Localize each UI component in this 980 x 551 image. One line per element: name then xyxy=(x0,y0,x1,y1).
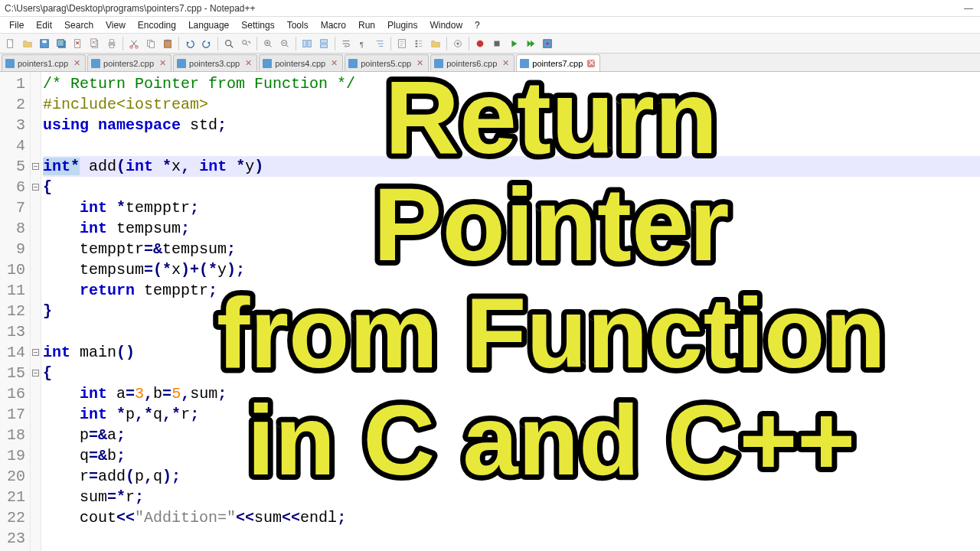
menu-macro[interactable]: Macro xyxy=(316,18,351,32)
print-icon[interactable] xyxy=(104,36,119,51)
file-icon xyxy=(263,59,272,68)
zoom-out-icon[interactable] xyxy=(277,36,292,51)
close-file-icon[interactable] xyxy=(70,36,86,51)
toolbar: ¶ xyxy=(0,34,980,54)
tab-close-icon[interactable]: ✕ xyxy=(244,60,252,67)
save-icon[interactable] xyxy=(37,36,52,51)
tab-pointers5-cpp[interactable]: pointers5.cpp✕ xyxy=(345,54,429,71)
record-macro-icon[interactable] xyxy=(472,36,488,51)
tab-close-icon[interactable]: ✕ xyxy=(416,60,423,67)
menu-edit[interactable]: Edit xyxy=(31,18,57,32)
doc-map-icon[interactable] xyxy=(394,36,410,51)
svg-rect-22 xyxy=(308,40,311,47)
code-area[interactable]: /* Return Pointer from Function */#inclu… xyxy=(41,72,980,551)
menubar: FileEditSearchViewEncodingLanguageSettin… xyxy=(0,17,980,34)
tab-pointers7-cpp[interactable]: pointers7.cpp✕ xyxy=(516,54,600,71)
window-title: C:\Users\parag\Desktop\programs\pointers… xyxy=(5,3,256,14)
undo-icon[interactable] xyxy=(182,36,198,51)
menu-encoding[interactable]: Encoding xyxy=(133,18,181,32)
svg-rect-14 xyxy=(149,41,154,47)
copy-icon[interactable] xyxy=(143,36,158,51)
file-icon xyxy=(434,59,443,68)
sync-vscroll-icon[interactable] xyxy=(299,36,315,51)
tab-close-icon[interactable]: ✕ xyxy=(73,60,80,67)
tab-label: pointers5.cpp xyxy=(361,59,411,68)
file-icon xyxy=(91,59,100,68)
svg-rect-16 xyxy=(165,39,169,41)
close-all-icon[interactable] xyxy=(87,36,103,51)
file-icon xyxy=(348,59,358,68)
tab-pointers1-cpp[interactable]: pointers1.cpp✕ xyxy=(2,54,86,71)
paste-icon[interactable] xyxy=(160,36,175,51)
file-icon xyxy=(520,59,529,68)
svg-point-29 xyxy=(477,40,484,47)
tab-label: pointers1.cpp xyxy=(18,59,68,68)
tab-label: pointers7.cpp xyxy=(532,59,583,68)
tab-close-icon[interactable]: ✕ xyxy=(587,60,595,67)
editor[interactable]: 1234567891011121314151617181920212223 /*… xyxy=(0,72,980,551)
menu-run[interactable]: Run xyxy=(354,18,380,32)
svg-rect-10 xyxy=(109,44,113,47)
tab-pointers6-cpp[interactable]: pointers6.cpp✕ xyxy=(430,54,514,71)
tab-pointers3-cpp[interactable]: pointers3.cpp✕ xyxy=(173,54,257,71)
menu-window[interactable]: Window xyxy=(425,18,467,32)
tab-close-icon[interactable]: ✕ xyxy=(158,60,166,67)
svg-rect-21 xyxy=(303,40,306,47)
play-macro-icon[interactable] xyxy=(506,36,521,51)
sync-hscroll-icon[interactable] xyxy=(316,36,332,51)
svg-point-17 xyxy=(226,40,231,45)
new-file-icon[interactable] xyxy=(3,36,18,51)
cut-icon[interactable] xyxy=(126,36,142,51)
svg-rect-9 xyxy=(109,39,113,42)
zoom-in-icon[interactable] xyxy=(260,36,276,51)
tab-pointers2-cpp[interactable]: pointers2.cpp✕ xyxy=(87,54,172,71)
tab-close-icon[interactable]: ✕ xyxy=(330,60,338,67)
save-macro-icon[interactable] xyxy=(540,36,555,51)
svg-rect-4 xyxy=(57,39,64,46)
find-icon[interactable] xyxy=(221,36,237,51)
tab-close-icon[interactable]: ✕ xyxy=(501,60,509,67)
svg-text:¶: ¶ xyxy=(360,39,364,47)
file-icon xyxy=(177,59,186,68)
minimize-button[interactable]: — xyxy=(962,3,975,14)
tab-label: pointers3.cpp xyxy=(189,59,240,68)
replace-icon[interactable] xyxy=(238,36,253,51)
titlebar: C:\Users\parag\Desktop\programs\pointers… xyxy=(0,0,980,17)
stop-macro-icon[interactable] xyxy=(489,36,505,51)
fold-gutter xyxy=(31,72,41,551)
window-controls: — xyxy=(962,3,975,14)
tab-label: pointers6.cpp xyxy=(446,59,497,68)
line-number-gutter: 1234567891011121314151617181920212223 xyxy=(0,72,31,551)
tab-pointers4-cpp[interactable]: pointers4.cpp✕ xyxy=(259,54,343,71)
show-chars-icon[interactable]: ¶ xyxy=(355,36,371,51)
svg-rect-30 xyxy=(495,41,500,46)
tab-label: pointers2.cpp xyxy=(103,59,154,68)
menu-?[interactable]: ? xyxy=(470,18,485,32)
menu-file[interactable]: File xyxy=(5,18,28,32)
menu-plugins[interactable]: Plugins xyxy=(383,18,422,32)
save-all-icon[interactable] xyxy=(54,36,69,51)
svg-rect-23 xyxy=(321,39,328,42)
menu-tools[interactable]: Tools xyxy=(283,18,313,32)
tab-bar: pointers1.cpp✕pointers2.cpp✕pointers3.cp… xyxy=(0,54,980,72)
svg-rect-2 xyxy=(42,40,46,43)
wordwrap-icon[interactable] xyxy=(338,36,354,51)
monitor-icon[interactable] xyxy=(450,36,466,51)
menu-language[interactable]: Language xyxy=(184,18,234,32)
func-list-icon[interactable] xyxy=(411,36,426,51)
menu-settings[interactable]: Settings xyxy=(237,18,279,32)
play-multi-icon[interactable] xyxy=(523,36,538,51)
open-file-icon[interactable] xyxy=(20,36,35,51)
folder-panel-icon[interactable] xyxy=(428,36,443,51)
tab-label: pointers4.cpp xyxy=(275,59,325,68)
svg-point-28 xyxy=(456,42,459,45)
indent-guide-icon[interactable] xyxy=(372,36,387,51)
file-icon xyxy=(5,59,15,68)
redo-icon[interactable] xyxy=(199,36,214,51)
menu-view[interactable]: View xyxy=(101,18,130,32)
svg-rect-24 xyxy=(321,44,328,47)
menu-search[interactable]: Search xyxy=(60,18,98,32)
svg-point-32 xyxy=(546,42,549,45)
